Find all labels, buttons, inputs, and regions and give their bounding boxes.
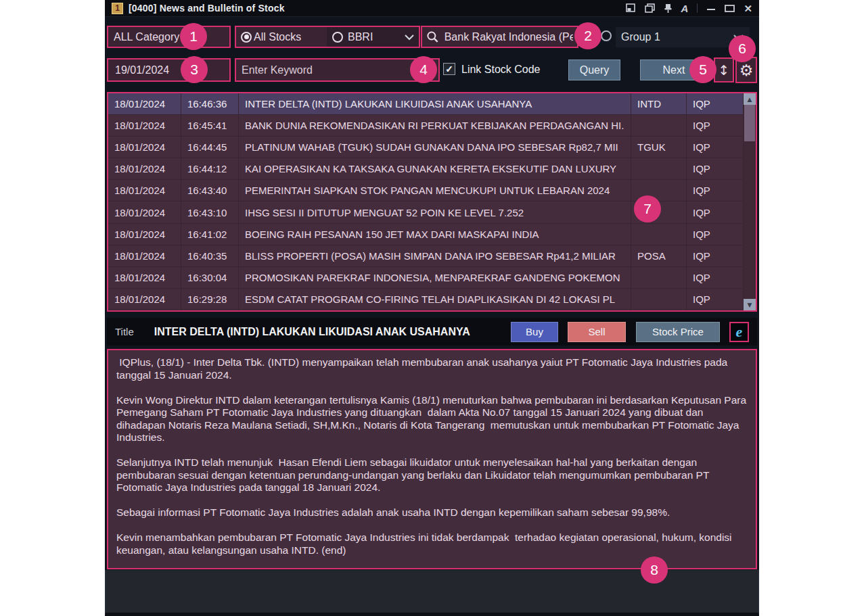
news-paragraph: Selanjutnya INTD telah menunjuk Hasan Ef… [116, 456, 748, 494]
row-time: 16:41:02 [181, 224, 238, 245]
row-source: IQP [686, 224, 743, 245]
keyword-input[interactable] [236, 64, 438, 76]
resize-spinner-control[interactable]: ↕ [714, 57, 734, 82]
row-stock-code [631, 289, 686, 310]
single-stock-radio[interactable] [332, 32, 343, 43]
stock-scope-radio-group: All Stocks BBRI [235, 26, 420, 48]
row-date: 18/01/2024 [108, 137, 181, 158]
row-headline: BOEING RAIH PESANAN 150 JET MAX DARI MAS… [238, 224, 631, 245]
stock-code-dropdown[interactable]: BBRI [327, 27, 419, 47]
row-date: 18/01/2024 [108, 224, 181, 245]
row-stock-code: INTD [631, 93, 686, 114]
query-button[interactable]: Query [568, 60, 620, 80]
search-icon [426, 30, 439, 43]
row-stock-code [631, 158, 686, 179]
minimize-icon[interactable] [706, 3, 716, 13]
row-headline: PEMERINTAH SIAPKAN STOK PANGAN MENCUKUPI… [238, 180, 631, 201]
keyword-input-box [235, 58, 440, 82]
row-headline: PLATINUM WAHAB (TGUK) SUDAH GUNAKAN DANA… [238, 137, 631, 158]
row-headline: KAI OPERASIKAN KA TAKSAKA GUNAKAN KERETA… [238, 158, 631, 179]
close-icon[interactable]: ✕ [744, 3, 752, 14]
sell-button[interactable]: Sell [568, 322, 626, 342]
row-stock-code [631, 267, 686, 288]
duplicate-window-icon[interactable] [645, 3, 655, 13]
table-row[interactable]: 18/01/2024 16:45:41 BANK DUNIA REKOMENDA… [108, 115, 743, 137]
dock-window-icon[interactable] [626, 3, 636, 13]
row-time: 16:44:12 [181, 158, 238, 179]
date-field[interactable]: 19/01/2024 [107, 58, 231, 82]
date-value: 19/01/2024 [115, 64, 169, 76]
stock-code-value: BBRI [348, 31, 373, 43]
table-row[interactable]: 18/01/2024 16:44:12 KAI OPERASIKAN KA TA… [108, 158, 743, 180]
row-source: IQP [686, 93, 743, 114]
chevron-down-icon[interactable] [404, 34, 415, 41]
table-row[interactable]: 18/01/2024 16:29:28 ESDM CATAT PROGRAM C… [108, 289, 743, 310]
annotation-badge-2: 2 [574, 22, 601, 49]
row-stock-code: POSA [631, 245, 686, 266]
table-row[interactable]: 18/01/2024 16:30:04 PROMOSIKAN PAREKRAF … [108, 267, 743, 289]
row-source: IQP [686, 158, 743, 179]
scrollbar-thumb[interactable] [744, 105, 755, 141]
row-source: IQP [686, 137, 743, 158]
row-headline: IHSG SESI II DITUTUP MENGUAT 52 POIN KE … [238, 202, 631, 222]
row-time: 16:30:04 [181, 267, 238, 288]
window-title: [0400] News and Bulletin of Stock [129, 3, 285, 14]
row-date: 18/01/2024 [108, 245, 181, 266]
news-article-body: IQPlus, (18/1) - Inter Delta Tbk. (INTD)… [107, 349, 757, 569]
row-date: 18/01/2024 [108, 158, 181, 179]
stock-price-button[interactable]: Stock Price [636, 322, 720, 342]
link-stock-code-label: Link Stock Code [461, 64, 541, 76]
row-source: IQP [686, 202, 743, 222]
annotation-badge-7: 7 [634, 195, 661, 222]
news-paragraph: Kevin menambahkan pembubaran PT Fotomati… [116, 531, 748, 556]
row-date: 18/01/2024 [108, 202, 181, 222]
window-number-badge: 1 [112, 3, 123, 14]
scrollbar-down-button[interactable]: ▼ [744, 299, 756, 310]
row-time: 16:46:36 [181, 93, 238, 114]
annotation-badge-8: 8 [641, 556, 668, 584]
category-value: ALL Category [114, 31, 179, 43]
annotation-badge-4: 4 [410, 56, 437, 83]
annotation-badge-1: 1 [180, 23, 207, 50]
row-time: 16:44:45 [181, 137, 238, 158]
gear-icon: ⚙ [739, 62, 754, 79]
category-dropdown[interactable]: ALL Category [107, 26, 231, 48]
row-source: IQP [686, 115, 743, 136]
pin-icon[interactable] [664, 3, 673, 14]
row-time: 16:43:40 [181, 180, 238, 201]
news-paragraph: IQPlus, (18/1) - Inter Delta Tbk. (INTD)… [116, 356, 748, 381]
all-stocks-radio[interactable] [241, 32, 252, 43]
news-table: 18/01/2024 16:46:36 INTER DELTA (INTD) L… [107, 92, 757, 312]
row-headline: INTER DELTA (INTD) LAKUKAN LIKUIDASI ANA… [238, 93, 631, 114]
screenshot-canvas: 1 [0400] News and Bulletin of Stock A ✕ … [0, 0, 866, 616]
row-time: 16:40:35 [181, 245, 238, 266]
maximize-icon[interactable] [725, 3, 735, 13]
up-down-arrow-icon: ↕ [719, 62, 730, 78]
row-date: 18/01/2024 [108, 267, 181, 288]
row-date: 18/01/2024 [108, 115, 181, 136]
scrollbar-up-button[interactable]: ▲ [744, 93, 756, 105]
row-stock-code: TGUK [631, 137, 686, 158]
group-value: Group 1 [621, 31, 660, 43]
scrollbar-track[interactable] [744, 105, 756, 299]
link-stock-code-checkbox[interactable]: ✓ [443, 63, 455, 75]
stock-search-field[interactable]: Bank Rakyat Indonesia (Pe [421, 26, 578, 48]
titlebar-divider [697, 3, 698, 13]
open-in-browser-button[interactable]: e [729, 322, 749, 342]
annotation-badge-5: 5 [689, 56, 716, 83]
row-headline: ESDM CATAT PROGRAM CO-FIRING TELAH DIAPL… [238, 289, 631, 310]
row-headline: PROMOSIKAN PAREKRAF INDONESIA, MENPAREKR… [238, 267, 631, 288]
row-date: 18/01/2024 [108, 289, 181, 310]
table-row[interactable]: 18/01/2024 16:40:35 BLISS PROPERTI (POSA… [108, 245, 743, 267]
detail-headline: INTER DELTA (INTD) LAKUKAN LIKUIDASI ANA… [154, 326, 470, 338]
row-time: 16:29:28 [181, 289, 238, 310]
table-row[interactable]: 18/01/2024 16:41:02 BOEING RAIH PESANAN … [108, 224, 743, 245]
row-headline: BANK DUNIA REKOMENDASIKAN RI PERKUAT KEB… [238, 115, 631, 136]
table-row[interactable]: 18/01/2024 16:46:36 INTER DELTA (INTD) L… [108, 93, 743, 115]
buy-button[interactable]: Buy [511, 322, 558, 342]
row-date: 18/01/2024 [108, 93, 181, 114]
font-settings-icon[interactable]: A [681, 3, 689, 14]
table-row[interactable]: 18/01/2024 16:44:45 PLATINUM WAHAB (TGUK… [108, 137, 743, 158]
scrollbar[interactable]: ▲ ▼ [743, 93, 756, 310]
group-radio[interactable] [601, 30, 612, 41]
